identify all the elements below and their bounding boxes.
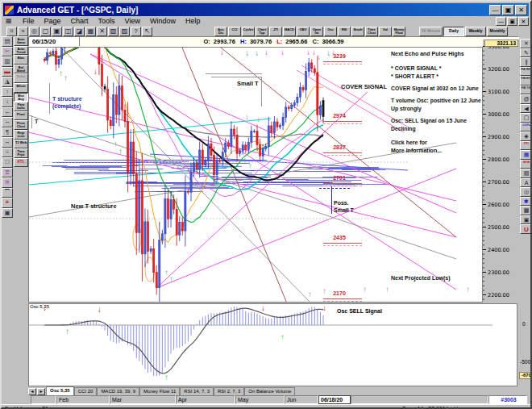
close-tools-icon[interactable]: ✕ [520,39,532,48]
lines-icon[interactable]: ≣ [2,168,13,178]
study-toggle-button[interactable]: Auto Trend [14,46,28,56]
study-button[interactable]: Stoch [351,27,364,36]
print-icon[interactable]: ▨ [119,27,130,36]
compress-icon[interactable]: ÷ [2,148,13,158]
study-button[interactable]: Osc [324,27,337,36]
undo-icon[interactable]: U [520,224,532,234]
prev-page-icon[interactable]: ◫ [63,27,73,36]
context-help-icon[interactable]: ↖ [142,27,152,36]
period-button[interactable]: Weekly [465,27,486,36]
restore-button[interactable]: ▣ [502,5,514,15]
mdi-close-button[interactable]: ✕ [518,17,529,26]
oscillator-panel[interactable]: Osc 5,35Osc SELL Signal↓↓↓↓↑↑↑ [28,303,517,386]
study-button[interactable]: MACD [283,27,296,36]
indicator-tab[interactable]: RSI 2, 7, 3 [214,387,244,395]
menu-item[interactable]: File [18,16,39,26]
study-toggle-button[interactable]: XTL [14,158,28,168]
diamond-icon[interactable]: ◈ [520,131,532,141]
study-toggle-button[interactable]: TJ Web [14,140,28,149]
arrow-left-icon[interactable]: ← [2,107,13,118]
text-tool-icon[interactable]: A [520,178,532,188]
indicator-tab[interactable]: RSI 14, 7, 3 [180,387,214,395]
pti-icon[interactable]: PTI [520,141,532,151]
study-button[interactable]: Time Clust [365,27,378,36]
magnify-icon[interactable]: ◎ [520,187,532,197]
study-toggle-button[interactable]: Regr essn [14,130,28,140]
ratio-icon[interactable]: ¶ [2,127,13,138]
pages-icon[interactable]: ▧ [108,27,118,36]
elliott-icon[interactable]: ◮ [2,77,13,87]
menu-item[interactable]: View [120,16,145,26]
chart-window-icon[interactable]: ▣ [2,208,13,219]
study-toggle-button[interactable]: Mov Avg [14,93,28,102]
tjweb-icon[interactable]: ▔ [2,188,13,198]
title-bar[interactable]: Advanced GET - [^GSPC, Daily] —▣✕ [3,3,529,16]
study-toggle-button[interactable]: Time Prjct [14,148,28,158]
colors-icon[interactable]: ✱ [520,197,532,207]
scissors-icon[interactable]: ✂ [2,47,13,57]
study-button[interactable]: Vol [379,27,392,36]
study-button[interactable]: CCI [228,27,241,36]
study-toggle-button[interactable]: Bias [14,55,28,65]
expand-icon[interactable]: ↔ [2,137,13,148]
indicator-tab[interactable]: MACD 19, 39, 9 [97,387,139,395]
study-toggle-button[interactable]: Para bolic [14,102,28,111]
fib-extension-icon[interactable]: FIB EXT [520,76,532,86]
mdi-minimize-button[interactable]: — [496,17,506,26]
indicator-tab[interactable]: CCI 20 [74,387,98,395]
gann-lines-icon[interactable]: ≋ [2,177,13,188]
study-toggle-button[interactable]: Bol Band [14,65,28,74]
arrow-down-icon[interactable]: ↓ [2,97,13,107]
menu-item[interactable]: Window [145,16,181,26]
mob-icon[interactable]: MOB [520,160,532,169]
menu-item[interactable]: Page [39,16,66,26]
study-button[interactable]: Money Flow [393,27,405,36]
gann-fan-icon[interactable]: ◀ [520,104,532,114]
next-page-icon[interactable]: ◪ [74,27,85,36]
study-toggle-button[interactable]: Price Clust [14,120,28,130]
arrow-right-icon[interactable]: → [2,117,13,127]
tab-scroll-right[interactable]: ► [37,388,45,395]
arrow-up-icon[interactable]: ↑ [2,87,13,98]
grid-icon[interactable]: ▦ [520,150,532,160]
indicator-tab[interactable]: On Balance Volume [244,387,295,395]
hatch-icon[interactable]: ▩ [520,206,532,215]
indicator-tab[interactable]: Osc 5,35 [46,386,74,395]
study-toggle-button[interactable]: Elliott [14,83,28,93]
study-button[interactable]: Chart Typ [256,27,268,36]
help-icon[interactable]: ? [131,27,141,36]
minimize-button[interactable]: — [489,5,501,15]
stop-icon[interactable]: ▬ [2,67,13,77]
zoom-icon[interactable]: ◎ [29,27,39,36]
delete-page-icon[interactable]: ✕ [97,27,107,36]
study-button[interactable]: Open Int [310,27,323,36]
period-button[interactable]: Daily [443,27,464,36]
indicator-tab[interactable]: Money Flow 11 [139,387,180,395]
gann-spiral-icon[interactable]: @ [520,94,532,104]
copl-icon[interactable]: COPL [520,123,532,132]
folder-icon[interactable]: ▤ [2,36,13,47]
study-button[interactable]: Acc Dis [214,27,227,36]
study-button[interactable]: Cycles [242,27,255,36]
box-tool-icon[interactable]: □ [2,157,13,168]
open-page-icon[interactable]: ▣ [52,27,62,36]
copy-page-icon[interactable]: ▦ [85,27,96,36]
menu-item[interactable]: Help [181,16,206,26]
study-toggle-button[interactable]: Auto Gann [14,36,28,46]
study-button[interactable]: JTI [269,27,282,36]
study-button[interactable]: OBV [297,27,310,36]
tab-scroll-left[interactable]: ◄ [28,388,36,395]
menu-item[interactable]: Tools [94,16,120,26]
pin-icon[interactable]: ⌗ [6,27,17,36]
period-button[interactable]: 60 Minute [419,27,443,36]
study-toggle-button[interactable]: Delta [14,73,28,83]
projection-icon[interactable]: ▧ [520,169,532,178]
menu-item[interactable]: Chart [66,16,94,26]
fib-retrace-icon[interactable]: FIB RET [520,67,532,77]
new-page-icon[interactable]: ▢ [40,27,51,36]
rectangle-icon[interactable]: ▢ [520,113,532,123]
study-toggle-button[interactable]: Pivot [14,111,28,121]
pencil-icon[interactable]: ✎ [520,48,532,58]
quotes-icon[interactable]: » [18,27,28,36]
crosshair-icon[interactable]: + [2,198,13,208]
